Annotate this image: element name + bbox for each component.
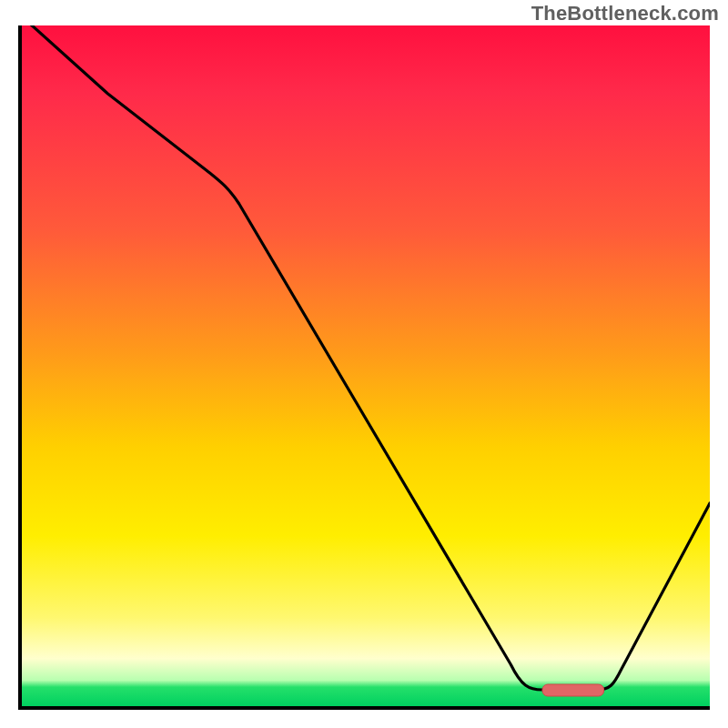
optimal-range-marker <box>542 684 604 696</box>
bottleneck-curve <box>22 25 710 690</box>
watermark-text: TheBottleneck.com <box>531 2 719 25</box>
chart-overlay-svg <box>22 25 710 706</box>
chart-plot-area <box>18 25 710 710</box>
